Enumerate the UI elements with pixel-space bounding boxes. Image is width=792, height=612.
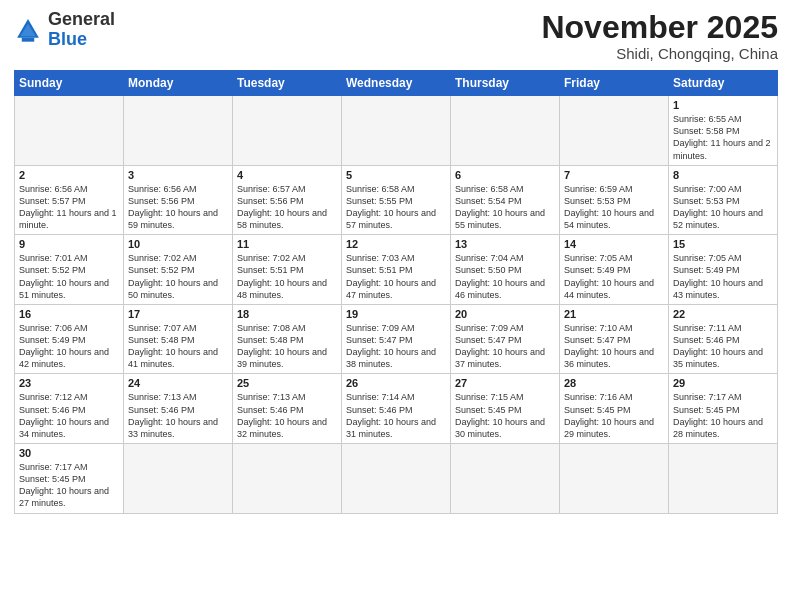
day-info: Sunrise: 7:17 AM Sunset: 5:45 PM Dayligh…: [19, 461, 119, 510]
logo-general: General: [48, 9, 115, 29]
day-number: 20: [455, 308, 555, 320]
day-info: Sunrise: 7:08 AM Sunset: 5:48 PM Dayligh…: [237, 322, 337, 371]
day-info: Sunrise: 7:12 AM Sunset: 5:46 PM Dayligh…: [19, 391, 119, 440]
day-number: 16: [19, 308, 119, 320]
header-wednesday: Wednesday: [342, 71, 451, 96]
logo: General Blue: [14, 10, 115, 50]
calendar-cell: 18Sunrise: 7:08 AM Sunset: 5:48 PM Dayli…: [233, 304, 342, 374]
day-number: 13: [455, 238, 555, 250]
calendar-week-row: 16Sunrise: 7:06 AM Sunset: 5:49 PM Dayli…: [15, 304, 778, 374]
title-block: November 2025 Shidi, Chongqing, China: [541, 10, 778, 62]
day-info: Sunrise: 6:57 AM Sunset: 5:56 PM Dayligh…: [237, 183, 337, 232]
calendar-cell: 30Sunrise: 7:17 AM Sunset: 5:45 PM Dayli…: [15, 444, 124, 514]
day-info: Sunrise: 7:13 AM Sunset: 5:46 PM Dayligh…: [237, 391, 337, 440]
day-number: 5: [346, 169, 446, 181]
day-number: 19: [346, 308, 446, 320]
calendar-week-row: 2Sunrise: 6:56 AM Sunset: 5:57 PM Daylig…: [15, 165, 778, 235]
day-number: 9: [19, 238, 119, 250]
day-info: Sunrise: 7:14 AM Sunset: 5:46 PM Dayligh…: [346, 391, 446, 440]
day-info: Sunrise: 7:09 AM Sunset: 5:47 PM Dayligh…: [455, 322, 555, 371]
calendar-cell: 5Sunrise: 6:58 AM Sunset: 5:55 PM Daylig…: [342, 165, 451, 235]
calendar-cell: 26Sunrise: 7:14 AM Sunset: 5:46 PM Dayli…: [342, 374, 451, 444]
general-blue-icon: [14, 16, 42, 44]
day-info: Sunrise: 7:11 AM Sunset: 5:46 PM Dayligh…: [673, 322, 773, 371]
calendar-cell: 15Sunrise: 7:05 AM Sunset: 5:49 PM Dayli…: [669, 235, 778, 305]
day-number: 14: [564, 238, 664, 250]
calendar: Sunday Monday Tuesday Wednesday Thursday…: [14, 70, 778, 513]
calendar-cell: 20Sunrise: 7:09 AM Sunset: 5:47 PM Dayli…: [451, 304, 560, 374]
day-number: 24: [128, 377, 228, 389]
day-info: Sunrise: 7:07 AM Sunset: 5:48 PM Dayligh…: [128, 322, 228, 371]
calendar-week-row: 30Sunrise: 7:17 AM Sunset: 5:45 PM Dayli…: [15, 444, 778, 514]
month-title: November 2025: [541, 10, 778, 45]
day-info: Sunrise: 6:55 AM Sunset: 5:58 PM Dayligh…: [673, 113, 773, 162]
day-info: Sunrise: 7:10 AM Sunset: 5:47 PM Dayligh…: [564, 322, 664, 371]
day-number: 29: [673, 377, 773, 389]
day-number: 27: [455, 377, 555, 389]
calendar-cell: 9Sunrise: 7:01 AM Sunset: 5:52 PM Daylig…: [15, 235, 124, 305]
day-number: 10: [128, 238, 228, 250]
calendar-cell: 12Sunrise: 7:03 AM Sunset: 5:51 PM Dayli…: [342, 235, 451, 305]
day-info: Sunrise: 7:02 AM Sunset: 5:52 PM Dayligh…: [128, 252, 228, 301]
weekday-header-row: Sunday Monday Tuesday Wednesday Thursday…: [15, 71, 778, 96]
calendar-cell: [451, 96, 560, 166]
day-number: 15: [673, 238, 773, 250]
day-info: Sunrise: 7:02 AM Sunset: 5:51 PM Dayligh…: [237, 252, 337, 301]
day-number: 8: [673, 169, 773, 181]
calendar-cell: 23Sunrise: 7:12 AM Sunset: 5:46 PM Dayli…: [15, 374, 124, 444]
day-info: Sunrise: 6:56 AM Sunset: 5:56 PM Dayligh…: [128, 183, 228, 232]
calendar-cell: 29Sunrise: 7:17 AM Sunset: 5:45 PM Dayli…: [669, 374, 778, 444]
day-info: Sunrise: 7:09 AM Sunset: 5:47 PM Dayligh…: [346, 322, 446, 371]
day-info: Sunrise: 7:06 AM Sunset: 5:49 PM Dayligh…: [19, 322, 119, 371]
calendar-week-row: 1Sunrise: 6:55 AM Sunset: 5:58 PM Daylig…: [15, 96, 778, 166]
calendar-cell: [233, 444, 342, 514]
calendar-cell: 2Sunrise: 6:56 AM Sunset: 5:57 PM Daylig…: [15, 165, 124, 235]
calendar-cell: 28Sunrise: 7:16 AM Sunset: 5:45 PM Dayli…: [560, 374, 669, 444]
calendar-cell: 6Sunrise: 6:58 AM Sunset: 5:54 PM Daylig…: [451, 165, 560, 235]
calendar-week-row: 9Sunrise: 7:01 AM Sunset: 5:52 PM Daylig…: [15, 235, 778, 305]
calendar-cell: 7Sunrise: 6:59 AM Sunset: 5:53 PM Daylig…: [560, 165, 669, 235]
day-number: 25: [237, 377, 337, 389]
logo-blue: Blue: [48, 29, 87, 49]
day-number: 7: [564, 169, 664, 181]
header-thursday: Thursday: [451, 71, 560, 96]
day-number: 22: [673, 308, 773, 320]
calendar-cell: 4Sunrise: 6:57 AM Sunset: 5:56 PM Daylig…: [233, 165, 342, 235]
calendar-cell: [124, 444, 233, 514]
day-number: 4: [237, 169, 337, 181]
calendar-cell: 14Sunrise: 7:05 AM Sunset: 5:49 PM Dayli…: [560, 235, 669, 305]
day-info: Sunrise: 6:56 AM Sunset: 5:57 PM Dayligh…: [19, 183, 119, 232]
logo-text: General Blue: [48, 10, 115, 50]
day-info: Sunrise: 7:05 AM Sunset: 5:49 PM Dayligh…: [564, 252, 664, 301]
calendar-cell: [233, 96, 342, 166]
calendar-cell: 11Sunrise: 7:02 AM Sunset: 5:51 PM Dayli…: [233, 235, 342, 305]
calendar-cell: [15, 96, 124, 166]
header-saturday: Saturday: [669, 71, 778, 96]
day-info: Sunrise: 6:58 AM Sunset: 5:55 PM Dayligh…: [346, 183, 446, 232]
day-info: Sunrise: 7:03 AM Sunset: 5:51 PM Dayligh…: [346, 252, 446, 301]
day-info: Sunrise: 7:15 AM Sunset: 5:45 PM Dayligh…: [455, 391, 555, 440]
svg-rect-2: [22, 38, 34, 42]
day-info: Sunrise: 7:17 AM Sunset: 5:45 PM Dayligh…: [673, 391, 773, 440]
calendar-cell: 13Sunrise: 7:04 AM Sunset: 5:50 PM Dayli…: [451, 235, 560, 305]
header-monday: Monday: [124, 71, 233, 96]
calendar-cell: 16Sunrise: 7:06 AM Sunset: 5:49 PM Dayli…: [15, 304, 124, 374]
day-info: Sunrise: 7:00 AM Sunset: 5:53 PM Dayligh…: [673, 183, 773, 232]
calendar-cell: [124, 96, 233, 166]
calendar-cell: 24Sunrise: 7:13 AM Sunset: 5:46 PM Dayli…: [124, 374, 233, 444]
day-number: 11: [237, 238, 337, 250]
day-number: 12: [346, 238, 446, 250]
calendar-cell: 22Sunrise: 7:11 AM Sunset: 5:46 PM Dayli…: [669, 304, 778, 374]
calendar-cell: 21Sunrise: 7:10 AM Sunset: 5:47 PM Dayli…: [560, 304, 669, 374]
day-number: 30: [19, 447, 119, 459]
calendar-cell: 8Sunrise: 7:00 AM Sunset: 5:53 PM Daylig…: [669, 165, 778, 235]
day-number: 2: [19, 169, 119, 181]
calendar-cell: 10Sunrise: 7:02 AM Sunset: 5:52 PM Dayli…: [124, 235, 233, 305]
calendar-cell: 19Sunrise: 7:09 AM Sunset: 5:47 PM Dayli…: [342, 304, 451, 374]
calendar-cell: [342, 96, 451, 166]
location: Shidi, Chongqing, China: [541, 45, 778, 62]
day-info: Sunrise: 6:59 AM Sunset: 5:53 PM Dayligh…: [564, 183, 664, 232]
day-info: Sunrise: 7:13 AM Sunset: 5:46 PM Dayligh…: [128, 391, 228, 440]
day-info: Sunrise: 7:05 AM Sunset: 5:49 PM Dayligh…: [673, 252, 773, 301]
day-number: 17: [128, 308, 228, 320]
